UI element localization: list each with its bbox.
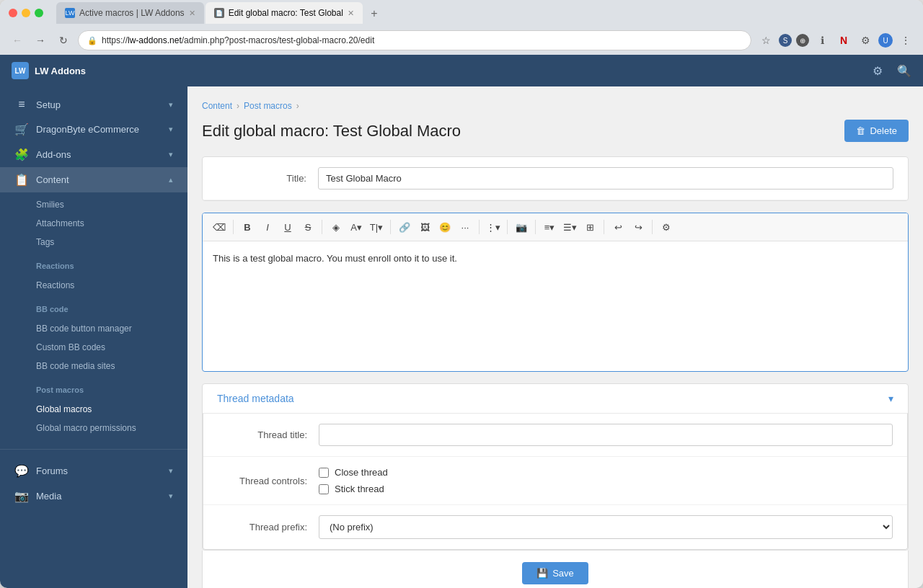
close-thread-checkbox[interactable] (319, 468, 329, 478)
editor-container: ⌫ B I U S ◈ A▾ T|▾ 🔗 🖼 😊 · (202, 213, 909, 372)
content-subitems: Smilies Attachments Tags (0, 192, 187, 254)
postmacros-group-label: Post macros (0, 378, 187, 397)
new-tab-button[interactable]: + (364, 4, 384, 24)
stick-thread-item[interactable]: Stick thread (319, 484, 893, 494)
settings-icon[interactable]: ⚙ (857, 32, 874, 49)
thread-form: Thread title: Thread controls: (203, 414, 908, 550)
toolbar-sep-8 (652, 220, 653, 234)
title-form-row: Title: (203, 157, 908, 200)
save-button[interactable]: 💾 Save (522, 562, 588, 584)
address-bar[interactable]: 🔒 https://lw-addons.net/admin.php?post-m… (78, 30, 751, 50)
reactions-subitems: Reactions (0, 273, 187, 298)
bookmark-icon[interactable]: ☆ (757, 32, 774, 49)
image-button[interactable]: 🖼 (415, 218, 434, 236)
sidebar-item-media[interactable]: 📷 Media ▾ (0, 484, 187, 509)
clear-format-button[interactable]: ⌫ (210, 218, 229, 236)
sidebar-item-ecommerce[interactable]: 🛒 DragonByte eCommerce ▾ (0, 117, 187, 142)
addons-icon: 🧩 (14, 148, 29, 161)
thread-prefix-row: Thread prefix: (No prefix) (203, 505, 907, 549)
back-button[interactable]: ← (9, 32, 26, 49)
maximize-window-button[interactable] (35, 9, 43, 17)
thread-prefix-select[interactable]: (No prefix) (319, 515, 893, 539)
page-header: Edit global macro: Test Global Macro 🗑 D… (202, 120, 909, 142)
tab-close-button[interactable]: ✕ (189, 9, 195, 18)
setup-icon: ≡ (14, 98, 29, 111)
source-button[interactable]: ⚙ (657, 218, 676, 236)
underline-button[interactable]: U (278, 218, 297, 236)
trash-icon: 🗑 (856, 125, 865, 136)
thread-title-input[interactable] (319, 424, 893, 446)
close-thread-item[interactable]: Close thread (319, 467, 893, 478)
sidebar-label-ecommerce: DragonByte eCommerce (36, 124, 162, 135)
save-icon: 💾 (536, 568, 548, 579)
stick-thread-checkbox[interactable] (319, 484, 329, 494)
sidebar-sub-smilies[interactable]: Smilies (36, 195, 187, 214)
sidebar-sub-bbcode-media[interactable]: BB code media sites (36, 357, 187, 375)
undo-button[interactable]: ↩ (609, 218, 627, 236)
forums-icon: 💬 (14, 464, 29, 478)
chevron-up-icon: ▴ (169, 175, 173, 184)
thread-metadata-label: Thread metadata (217, 393, 294, 404)
sidebar-sub-custom-bbcode[interactable]: Custom BB codes (36, 338, 187, 357)
profile-icon[interactable]: U (878, 33, 893, 48)
title-input[interactable] (318, 167, 893, 190)
reload-button[interactable]: ↻ (55, 32, 72, 49)
forward-button[interactable]: → (32, 32, 49, 49)
extension-icon-2[interactable]: ⊕ (796, 34, 809, 47)
sidebar-item-content[interactable]: 📋 Content ▴ (0, 167, 187, 192)
list-button[interactable]: ☰▾ (560, 218, 579, 236)
redo-button[interactable]: ↪ (629, 218, 648, 236)
italic-button[interactable]: I (258, 218, 277, 236)
chevron-down-icon-4: ▾ (169, 466, 173, 476)
link-button[interactable]: 🔗 (395, 218, 414, 236)
tab-close-active-button[interactable]: ✕ (348, 9, 354, 18)
title-label: Title: (217, 173, 318, 184)
emoji-button[interactable]: 😊 (436, 218, 454, 236)
sidebar-item-setup[interactable]: ≡ Setup ▾ (0, 92, 187, 117)
extension-icon-1[interactable]: S (779, 34, 792, 47)
sidebar-sub-global-macros[interactable]: Global macros (36, 400, 187, 419)
strikethrough-button[interactable]: S (299, 218, 317, 236)
topnav-settings-icon[interactable]: ⚙ (873, 64, 883, 78)
toolbar-sep-4 (479, 220, 480, 234)
table-button[interactable]: ⊞ (580, 218, 599, 236)
chevron-down-icon-5: ▾ (169, 491, 173, 501)
breadcrumb-postmacros[interactable]: Post macros (244, 101, 292, 111)
font-size-button[interactable]: A▾ (347, 218, 366, 236)
chevron-down-icon: ▾ (169, 100, 173, 110)
thread-controls-container: Close thread Stick thread (319, 467, 893, 494)
ssl-lock-icon: 🔒 (87, 36, 97, 45)
more-button[interactable]: ··· (456, 218, 474, 236)
extension-icon-3[interactable]: ℹ (813, 32, 831, 49)
sidebar-item-forums[interactable]: 💬 Forums ▾ (0, 458, 187, 484)
tab-edit-macro[interactable]: 📄 Edit global macro: Test Global ✕ (206, 2, 363, 24)
close-window-button[interactable] (9, 9, 17, 17)
align-button[interactable]: ≡▾ (540, 218, 559, 236)
sidebar-sub-macro-permissions[interactable]: Global macro permissions (36, 419, 187, 437)
thread-metadata-toggle[interactable]: Thread metadata ▾ (203, 384, 908, 414)
minimize-window-button[interactable] (22, 9, 30, 17)
color-button[interactable]: ◈ (327, 218, 345, 236)
delete-button[interactable]: 🗑 Delete (844, 120, 909, 142)
tab-active-macros[interactable]: LW Active macros | LW Addons ✕ (56, 2, 204, 24)
camera-button[interactable]: 📷 (512, 218, 531, 236)
sidebar-sub-tags[interactable]: Tags (36, 233, 187, 251)
content-icon: 📋 (14, 173, 29, 187)
topnav-search-icon[interactable]: 🔍 (897, 64, 911, 78)
sidebar-sub-attachments[interactable]: Attachments (36, 214, 187, 233)
editor-body[interactable]: This is a test global macro. You must en… (203, 241, 908, 371)
sidebar-item-addons[interactable]: 🧩 Add-ons ▾ (0, 142, 187, 167)
extension-icon-red[interactable]: N (835, 32, 852, 49)
sidebar-sub-reactions[interactable]: Reactions (36, 276, 187, 295)
special-chars-button[interactable]: ⋮▾ (484, 218, 503, 236)
font-family-button[interactable]: T|▾ (367, 218, 386, 236)
breadcrumb-sep-1: › (237, 101, 239, 111)
menu-icon[interactable]: ⋮ (897, 32, 914, 49)
breadcrumb-sep-2: › (296, 101, 299, 111)
traffic-lights (9, 9, 43, 17)
breadcrumb-content[interactable]: Content (202, 101, 232, 111)
sidebar-sub-bbcode-buttons[interactable]: BB code button manager (36, 319, 187, 338)
browser-addressbar: ← → ↻ 🔒 https://lw-addons.net/admin.php?… (0, 26, 923, 55)
bold-button[interactable]: B (238, 218, 257, 236)
logo-icon: LW (12, 62, 29, 79)
